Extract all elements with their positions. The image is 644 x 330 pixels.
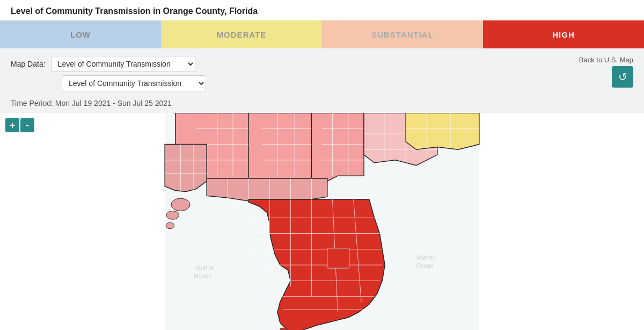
map-data-dropdown-1[interactable]: Level of Community Transmission xyxy=(51,56,195,72)
map-data-row: Map Data: Level of Community Transmissio… xyxy=(11,56,206,72)
level-low: LOW xyxy=(0,20,161,48)
map-data-dropdown-2[interactable]: Level of Community Transmission xyxy=(62,75,206,91)
svg-point-52 xyxy=(171,198,190,211)
svg-text:Atlantic: Atlantic xyxy=(416,254,436,261)
level-substantial: SUBSTANTIAL xyxy=(322,20,483,48)
time-period: Time Period: Mon Jul 19 2021 - Sun Jul 2… xyxy=(11,99,206,107)
level-moderate: MODERATE xyxy=(161,20,322,48)
map-data-label: Map Data: xyxy=(11,60,46,68)
map-svg-container: Atlantic Ocean Gulf of Mexico xyxy=(0,113,644,330)
orange-county xyxy=(327,248,349,268)
map-data-section: Map Data: Level of Community Transmissio… xyxy=(11,56,206,107)
zoom-out-button[interactable]: - xyxy=(20,118,34,132)
level-high: HIGH xyxy=(483,20,644,48)
zoom-controls: + - xyxy=(5,118,34,132)
back-to-us-map-button[interactable]: ↺ xyxy=(612,66,633,88)
svg-point-53 xyxy=(166,211,179,220)
map-svg: Atlantic Ocean Gulf of Mexico xyxy=(0,113,644,330)
level-bar: LOW MODERATE SUBSTANTIAL HIGH xyxy=(0,20,644,48)
svg-text:Gulf of: Gulf of xyxy=(196,265,214,271)
svg-point-54 xyxy=(166,223,174,229)
second-dropdown-row: Level of Community Transmission xyxy=(62,75,206,91)
florida-panhandle xyxy=(207,178,327,201)
svg-text:Mexico: Mexico xyxy=(194,273,212,279)
page-title: Level of Community Transmission in Orang… xyxy=(11,6,633,16)
svg-text:Ocean: Ocean xyxy=(416,262,434,269)
back-icon: ↺ xyxy=(618,70,627,83)
controls-panel: Map Data: Level of Community Transmissio… xyxy=(0,48,644,113)
svg-point-38 xyxy=(280,328,286,330)
zoom-in-button[interactable]: + xyxy=(5,118,19,132)
back-section: Back to U.S. Map ↺ xyxy=(579,56,633,88)
back-label: Back to U.S. Map xyxy=(579,56,633,64)
map-area: + - xyxy=(0,113,644,330)
